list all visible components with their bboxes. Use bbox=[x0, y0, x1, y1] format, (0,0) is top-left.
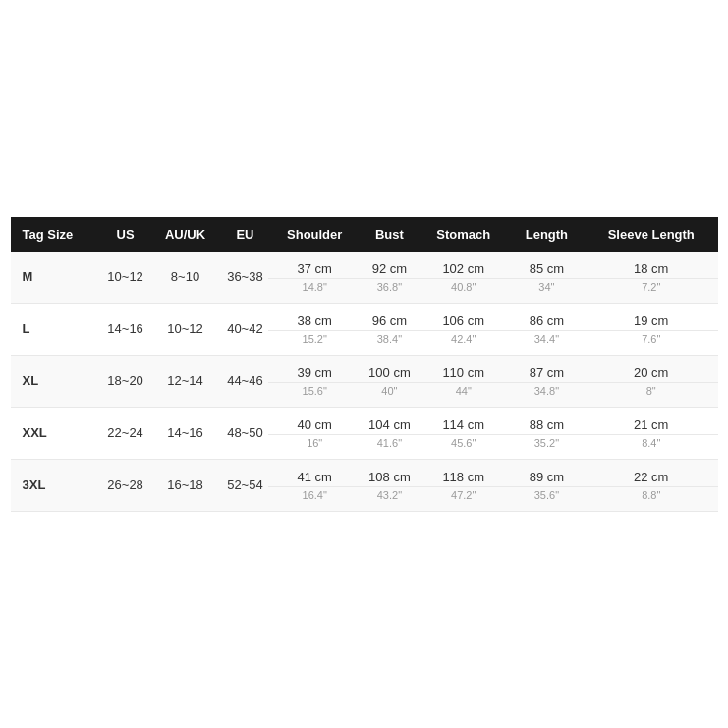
cell-size: 3XL bbox=[11, 459, 102, 511]
cell-stomach-cm: 114 cm bbox=[419, 407, 509, 434]
header-us: US bbox=[102, 217, 148, 252]
cell-bust-cm: 104 cm bbox=[361, 407, 418, 434]
cell-length-in: 34.8" bbox=[509, 382, 585, 407]
cell-length-cm: 88 cm bbox=[509, 407, 585, 434]
cell-stomach-cm: 102 cm bbox=[419, 252, 509, 279]
cell-length-in: 34.4" bbox=[509, 330, 585, 355]
cell-stomach-in: 45.6" bbox=[419, 434, 509, 459]
cell-auuk: 10~12 bbox=[148, 303, 221, 355]
cell-eu: 44~46 bbox=[222, 355, 268, 407]
header-length: Length bbox=[509, 217, 585, 252]
cell-length-in: 34" bbox=[509, 278, 585, 303]
cell-size: L bbox=[11, 303, 102, 355]
cell-bust-in: 38.4" bbox=[361, 330, 418, 355]
cell-length-cm: 87 cm bbox=[509, 355, 585, 382]
cell-shoulder-in: 16" bbox=[268, 434, 361, 459]
cell-shoulder-cm: 39 cm bbox=[268, 355, 361, 382]
cell-shoulder-cm: 40 cm bbox=[268, 407, 361, 434]
cell-length-cm: 89 cm bbox=[509, 459, 585, 486]
table-row: M 10~12 8~10 36~38 37 cm 92 cm 102 cm 85… bbox=[11, 252, 718, 279]
cell-sleeve-in: 8" bbox=[585, 382, 718, 407]
cell-sleeve-in: 8.8" bbox=[585, 486, 718, 511]
cell-bust-in: 40" bbox=[361, 382, 418, 407]
table-row: XL 18~20 12~14 44~46 39 cm 100 cm 110 cm… bbox=[11, 355, 718, 382]
cell-us: 10~12 bbox=[102, 252, 148, 304]
cell-sleeve-in: 7.6" bbox=[585, 330, 718, 355]
cell-stomach-in: 44" bbox=[419, 382, 509, 407]
cell-auuk: 14~16 bbox=[148, 407, 221, 459]
cell-auuk: 16~18 bbox=[148, 459, 221, 511]
cell-size: XXL bbox=[11, 407, 102, 459]
cell-length-in: 35.6" bbox=[509, 486, 585, 511]
cell-bust-cm: 92 cm bbox=[361, 252, 418, 279]
cell-us: 18~20 bbox=[102, 355, 148, 407]
cell-sleeve-in: 7.2" bbox=[585, 278, 718, 303]
header-shoulder: Shoulder bbox=[268, 217, 361, 252]
header-sleeve-length: Sleeve Length bbox=[585, 217, 718, 252]
cell-stomach-cm: 106 cm bbox=[419, 303, 509, 330]
cell-us: 22~24 bbox=[102, 407, 148, 459]
size-chart-table: Tag Size US AU/UK EU Shoulder Bust Stoma… bbox=[11, 217, 718, 512]
cell-shoulder-in: 14.8" bbox=[268, 278, 361, 303]
cell-sleeve-cm: 20 cm bbox=[585, 355, 718, 382]
cell-stomach-in: 40.8" bbox=[419, 278, 509, 303]
cell-us: 14~16 bbox=[102, 303, 148, 355]
cell-length-cm: 86 cm bbox=[509, 303, 585, 330]
header-stomach: Stomach bbox=[419, 217, 509, 252]
cell-bust-in: 41.6" bbox=[361, 434, 418, 459]
header-tag-size: Tag Size bbox=[11, 217, 102, 252]
cell-bust-cm: 96 cm bbox=[361, 303, 418, 330]
cell-sleeve-cm: 22 cm bbox=[585, 459, 718, 486]
cell-bust-cm: 108 cm bbox=[361, 459, 418, 486]
cell-stomach-in: 47.2" bbox=[419, 486, 509, 511]
cell-eu: 52~54 bbox=[222, 459, 268, 511]
cell-length-in: 35.2" bbox=[509, 434, 585, 459]
cell-stomach-in: 42.4" bbox=[419, 330, 509, 355]
cell-shoulder-cm: 37 cm bbox=[268, 252, 361, 279]
cell-size: XL bbox=[11, 355, 102, 407]
cell-eu: 36~38 bbox=[222, 252, 268, 304]
header-eu: EU bbox=[222, 217, 268, 252]
header-bust: Bust bbox=[361, 217, 418, 252]
cell-eu: 48~50 bbox=[222, 407, 268, 459]
cell-bust-cm: 100 cm bbox=[361, 355, 418, 382]
cell-length-cm: 85 cm bbox=[509, 252, 585, 279]
cell-shoulder-cm: 41 cm bbox=[268, 459, 361, 486]
size-chart-wrapper: Tag Size US AU/UK EU Shoulder Bust Stoma… bbox=[11, 217, 718, 512]
cell-size: M bbox=[11, 252, 102, 304]
cell-auuk: 8~10 bbox=[148, 252, 221, 304]
cell-stomach-cm: 118 cm bbox=[419, 459, 509, 486]
cell-us: 26~28 bbox=[102, 459, 148, 511]
cell-shoulder-cm: 38 cm bbox=[268, 303, 361, 330]
table-header-row: Tag Size US AU/UK EU Shoulder Bust Stoma… bbox=[11, 217, 718, 252]
header-auuk: AU/UK bbox=[148, 217, 221, 252]
cell-sleeve-cm: 18 cm bbox=[585, 252, 718, 279]
cell-shoulder-in: 16.4" bbox=[268, 486, 361, 511]
cell-sleeve-cm: 21 cm bbox=[585, 407, 718, 434]
cell-eu: 40~42 bbox=[222, 303, 268, 355]
cell-bust-in: 36.8" bbox=[361, 278, 418, 303]
cell-stomach-cm: 110 cm bbox=[419, 355, 509, 382]
table-row: L 14~16 10~12 40~42 38 cm 96 cm 106 cm 8… bbox=[11, 303, 718, 330]
cell-bust-in: 43.2" bbox=[361, 486, 418, 511]
cell-auuk: 12~14 bbox=[148, 355, 221, 407]
table-row: XXL 22~24 14~16 48~50 40 cm 104 cm 114 c… bbox=[11, 407, 718, 434]
table-row: 3XL 26~28 16~18 52~54 41 cm 108 cm 118 c… bbox=[11, 459, 718, 486]
cell-sleeve-in: 8.4" bbox=[585, 434, 718, 459]
cell-shoulder-in: 15.2" bbox=[268, 330, 361, 355]
cell-sleeve-cm: 19 cm bbox=[585, 303, 718, 330]
cell-shoulder-in: 15.6" bbox=[268, 382, 361, 407]
